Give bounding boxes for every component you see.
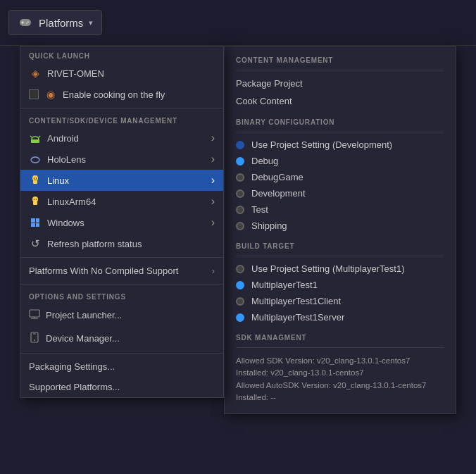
panel-divider-2: [236, 132, 444, 132]
quick-launch-section-label: QUICK LAUNCH: [20, 46, 223, 63]
binary-config-label: BINARY CONFIGURATION: [225, 116, 456, 127]
radio-development[interactable]: Development: [225, 185, 456, 201]
android-icon: [29, 132, 42, 144]
svg-rect-5: [31, 139, 39, 143]
no-compile-arrow: ›: [212, 266, 215, 276]
svg-point-11: [33, 175, 37, 178]
menu-item-windows[interactable]: Windows: [20, 212, 223, 233]
menu-item-packaging-settings[interactable]: Packaging Settings...: [20, 356, 223, 377]
radio-dot-test: [236, 206, 244, 214]
supported-platforms-label: Supported Platforms...: [29, 382, 120, 392]
panel-divider-3: [236, 256, 444, 256]
svg-point-4: [26, 23, 27, 24]
rivet-icon: [29, 67, 42, 80]
android-arrow: [211, 132, 215, 144]
svg-point-26: [34, 339, 35, 341]
radio-debug-game[interactable]: DebugGame: [225, 169, 456, 185]
cook-icon: [44, 88, 57, 101]
hololens-arrow: [211, 153, 215, 166]
content-mgmt-label: CONTENT MANAGEMENT: [225, 54, 456, 66]
hololens-label: HoloLens: [47, 154, 206, 165]
enable-cooking-item[interactable]: Enable cooking on the fly: [20, 84, 223, 105]
refresh-icon: [29, 237, 42, 250]
rivet-omen-label: RIVET-OMEN: [47, 68, 215, 79]
radio-debug[interactable]: Debug: [225, 153, 456, 169]
radio-shipping[interactable]: Shipping: [225, 218, 456, 234]
menu-item-linux[interactable]: Linux: [20, 170, 223, 191]
sdk-line-4: Installed: --: [236, 392, 444, 404]
windows-icon: [29, 216, 42, 229]
svg-point-3: [27, 21, 29, 23]
radio-test[interactable]: Test: [225, 201, 456, 218]
svg-point-12: [34, 177, 35, 179]
svg-rect-19: [36, 218, 39, 223]
svg-point-17: [36, 199, 37, 200]
no-compile-label: Platforms With No Compiled Support: [29, 266, 178, 276]
panel-divider-1: [236, 70, 444, 70]
sdk-line-1: Allowed SDK Version: v20_clang-13.0.1-ce…: [236, 355, 444, 367]
radio-dot-debug: [236, 157, 244, 166]
android-label: Android: [47, 133, 206, 144]
svg-rect-18: [31, 218, 35, 223]
sdk-info: Allowed SDK Version: v20_clang-13.0.1-ce…: [225, 352, 456, 406]
multiplayer-test1-client-label: MultiplayerTest1Client: [251, 296, 341, 306]
content-sdk-section-label: CONTENT/SDK/DEVICE MANAGEMENT: [20, 111, 223, 127]
enable-cooking-checkbox[interactable]: [29, 89, 39, 99]
divider-1: [20, 108, 223, 108]
radio-multiplayer-test1-server[interactable]: MultiplayerTest1Server: [225, 309, 456, 325]
device-manager-label: Device Manager...: [46, 333, 120, 344]
build-target-label: BUILD TARGET: [225, 239, 456, 251]
divider-3: [20, 284, 223, 285]
svg-rect-20: [31, 223, 35, 227]
menu-item-refresh[interactable]: Refresh platform status: [20, 233, 223, 254]
sdk-mgmt-label: SDK MANAGMENT: [225, 331, 456, 343]
panel-item-cook-content[interactable]: Cook Content: [225, 92, 456, 110]
gamepad-icon: [18, 15, 33, 30]
menu-item-project-launcher[interactable]: Project Launcher...: [20, 304, 223, 327]
radio-use-project-setting-dev[interactable]: Use Project Setting (Development): [225, 137, 456, 153]
packaging-settings-label: Packaging Settings...: [29, 361, 115, 372]
use-project-setting-mp-label: Use Project Setting (MultiplayerTest1): [251, 263, 404, 274]
menu-item-android[interactable]: Android: [20, 127, 223, 149]
panel-divider-4: [236, 347, 444, 348]
radio-dot-debug-game: [236, 173, 244, 182]
no-compile-item[interactable]: Platforms With No Compiled Support ›: [20, 261, 223, 281]
options-section-label: OPTIONS AND SETTINGS: [20, 287, 223, 304]
multiplayer-test1-label: MultiplayerTest1: [251, 280, 318, 290]
radio-dot-shipping: [236, 222, 244, 230]
menu-item-device-manager[interactable]: Device Manager...: [20, 327, 223, 350]
debug-game-label: DebugGame: [251, 172, 303, 182]
linux-icon: [29, 174, 42, 187]
radio-dot-development: [236, 189, 244, 198]
menu-item-supported-platforms[interactable]: Supported Platforms...: [20, 377, 223, 397]
svg-rect-15: [33, 201, 37, 205]
windows-arrow: [211, 216, 215, 229]
divider-4: [20, 353, 223, 354]
menu-item-hololens[interactable]: HoloLens: [20, 149, 223, 170]
radio-use-project-setting-mp[interactable]: Use Project Setting (MultiplayerTest1): [225, 261, 456, 277]
radio-multiplayer-test1[interactable]: MultiplayerTest1: [225, 277, 456, 293]
linux-arm64-arrow: [211, 195, 215, 208]
platforms-label: Platforms: [39, 17, 83, 29]
shipping-label: Shipping: [251, 220, 287, 231]
platforms-button[interactable]: Platforms ▾: [8, 10, 102, 35]
hololens-icon: [29, 153, 42, 166]
radio-dot-mp1-client: [236, 297, 244, 306]
refresh-label: Refresh platform status: [47, 239, 215, 249]
radio-multiplayer-test1-client[interactable]: MultiplayerTest1Client: [225, 293, 456, 309]
panel-item-package-project[interactable]: Package Project: [225, 75, 456, 92]
package-project-label: Package Project: [236, 78, 303, 89]
menu-item-linux-arm64[interactable]: LinuxArm64: [20, 191, 223, 212]
divider-2: [20, 257, 223, 258]
radio-dot-mp1-server: [236, 313, 244, 322]
linux-label: Linux: [47, 175, 206, 186]
menu-item-rivet-omen[interactable]: RIVET-OMEN: [20, 63, 223, 84]
multiplayer-test1-server-label: MultiplayerTest1Server: [251, 312, 344, 323]
radio-dot-mp1: [236, 281, 244, 289]
linux-arrow: [211, 174, 215, 187]
svg-point-13: [36, 177, 37, 179]
sdk-line-3: Allowed AutoSDK Version: v20_clang-13.0.…: [236, 380, 444, 392]
development-label: Development: [251, 188, 306, 199]
enable-cooking-label: Enable cooking on the fly: [63, 89, 165, 100]
test-label: Test: [251, 204, 268, 215]
